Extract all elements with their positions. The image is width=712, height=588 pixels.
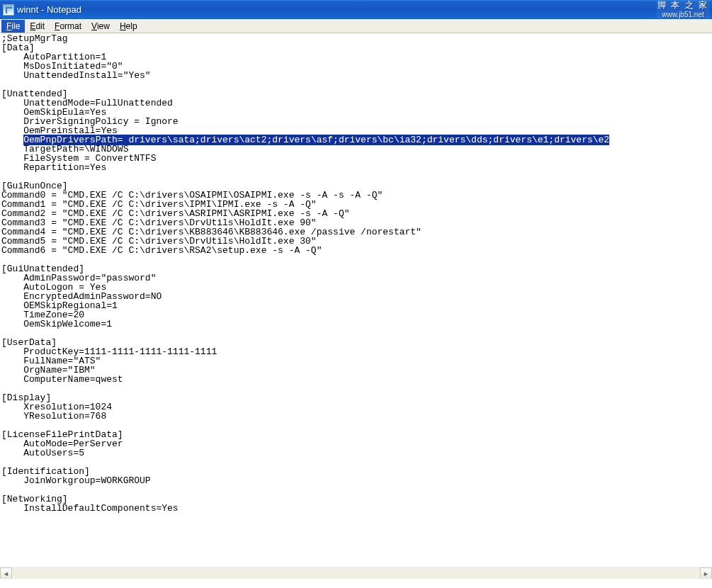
scroll-right-button[interactable]: ► bbox=[700, 567, 712, 579]
text-after-selection: TargetPath=\WINDOWS FileSystem = Convert… bbox=[1, 144, 422, 514]
text-before-selection: ;SetupMgrTag [Data] AutoPartition=1 MsDo… bbox=[1, 33, 179, 145]
editor-area[interactable]: ;SetupMgrTag [Data] AutoPartition=1 MsDo… bbox=[0, 33, 712, 579]
watermark-line2: www.jb51.net bbox=[657, 10, 708, 19]
menu-view[interactable]: View bbox=[86, 20, 115, 33]
menu-file[interactable]: File bbox=[1, 20, 25, 33]
menu-help[interactable]: Help bbox=[115, 20, 142, 33]
title-bar[interactable]: winnt - Notepad 脚 本 之 家 www.jb51.net bbox=[0, 0, 712, 19]
horizontal-scrollbar[interactable]: ◄ ► bbox=[0, 567, 712, 579]
scroll-left-button[interactable]: ◄ bbox=[0, 567, 12, 579]
editor-text[interactable]: ;SetupMgrTag [Data] AutoPartition=1 MsDo… bbox=[0, 33, 712, 513]
notepad-icon bbox=[3, 4, 14, 16]
left-arrow-icon: ◄ bbox=[3, 570, 9, 577]
window-title: winnt - Notepad bbox=[17, 4, 81, 15]
watermark-line1: 脚 本 之 家 bbox=[657, 1, 708, 10]
menu-edit[interactable]: Edit bbox=[25, 20, 50, 33]
right-arrow-icon: ► bbox=[703, 570, 709, 577]
menu-bar: File Edit Format View Help bbox=[0, 19, 712, 33]
menu-format[interactable]: Format bbox=[50, 20, 86, 33]
scroll-track[interactable] bbox=[12, 567, 700, 579]
watermark: 脚 本 之 家 www.jb51.net bbox=[656, 0, 710, 20]
